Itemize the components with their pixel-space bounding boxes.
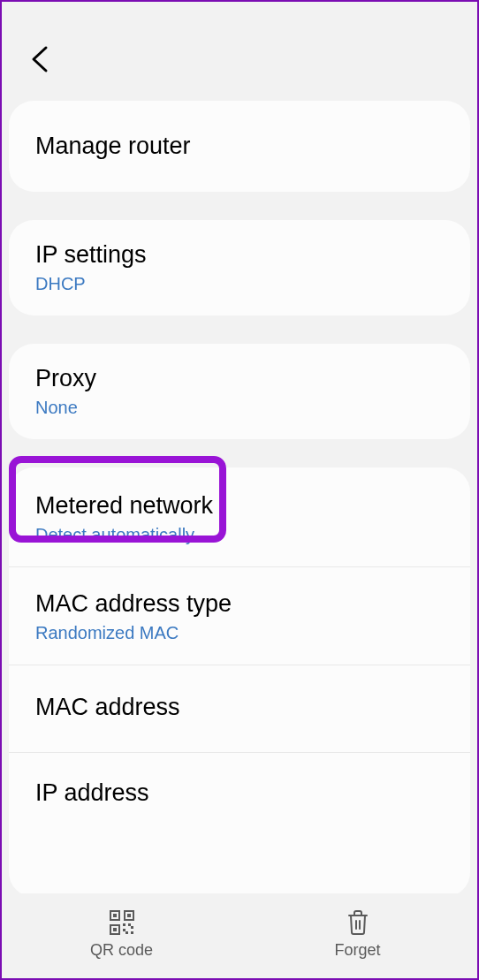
settings-content: Manage router IP settings DHCP Proxy Non… [2, 101, 477, 897]
qr-code-label: QR code [90, 941, 153, 960]
mac-type-title: MAC address type [35, 589, 444, 619]
svg-rect-7 [128, 923, 131, 926]
svg-rect-9 [131, 931, 133, 934]
forget-label: Forget [334, 941, 380, 960]
mac-address-type-item[interactable]: MAC address type Randomized MAC [9, 567, 470, 665]
svg-rect-3 [127, 914, 131, 917]
metered-value: Detect automatically [35, 525, 444, 545]
ip-address-title: IP address [35, 778, 444, 809]
qr-code-icon [109, 909, 135, 936]
svg-rect-11 [131, 926, 133, 929]
proxy-title: Proxy [35, 363, 444, 394]
back-button[interactable] [28, 44, 51, 74]
chevron-left-icon [28, 44, 51, 74]
ip-settings-value: DHCP [35, 274, 444, 294]
mac-type-value: Randomized MAC [35, 623, 444, 643]
svg-rect-8 [123, 929, 125, 931]
mac-address-title: MAC address [35, 692, 444, 723]
mac-address-item[interactable]: MAC address [9, 665, 470, 752]
bottom-bar: QR code Forget [4, 893, 475, 978]
forget-button[interactable]: Forget [240, 909, 475, 960]
ip-address-item[interactable]: IP address [9, 753, 470, 897]
proxy-item[interactable]: Proxy None [9, 344, 470, 439]
metered-title: Metered network [35, 490, 444, 521]
svg-rect-6 [123, 923, 125, 926]
svg-rect-1 [113, 914, 117, 917]
manage-router-title: Manage router [35, 131, 444, 162]
metered-network-item[interactable]: Metered network Detect automatically [9, 467, 470, 567]
trash-icon [346, 909, 370, 936]
manage-router-item[interactable]: Manage router [9, 101, 470, 192]
network-details-group: Metered network Detect automatically MAC… [9, 467, 470, 896]
qr-code-button[interactable]: QR code [4, 909, 240, 960]
svg-rect-10 [125, 931, 128, 934]
svg-rect-5 [113, 928, 117, 931]
ip-settings-title: IP settings [35, 239, 444, 270]
header [2, 2, 477, 99]
ip-settings-item[interactable]: IP settings DHCP [9, 220, 470, 315]
proxy-value: None [35, 398, 444, 418]
